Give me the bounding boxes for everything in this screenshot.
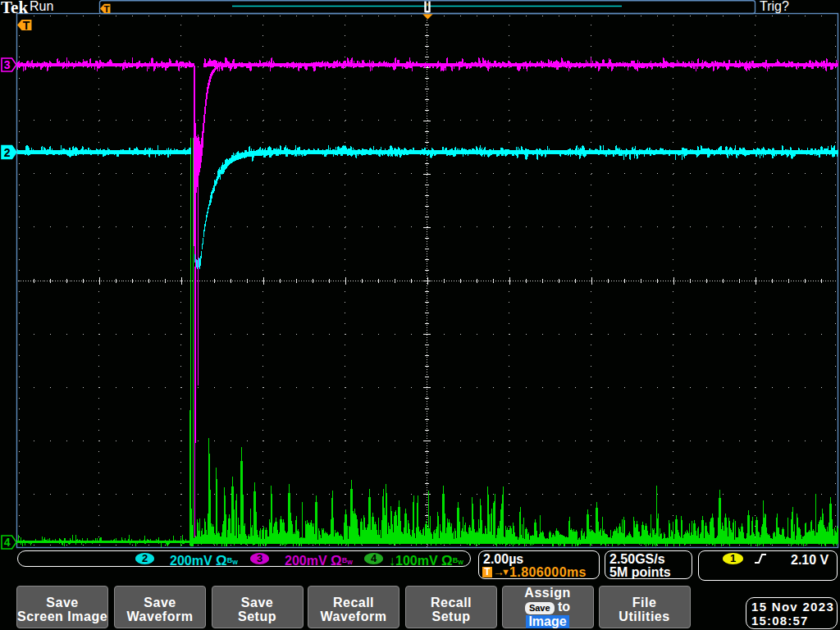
svg-text:3: 3 bbox=[4, 58, 11, 71]
svg-text:T: T bbox=[103, 4, 109, 14]
svg-text:4: 4 bbox=[4, 536, 11, 549]
svg-text:2: 2 bbox=[4, 146, 11, 159]
svg-text:T: T bbox=[23, 19, 30, 32]
